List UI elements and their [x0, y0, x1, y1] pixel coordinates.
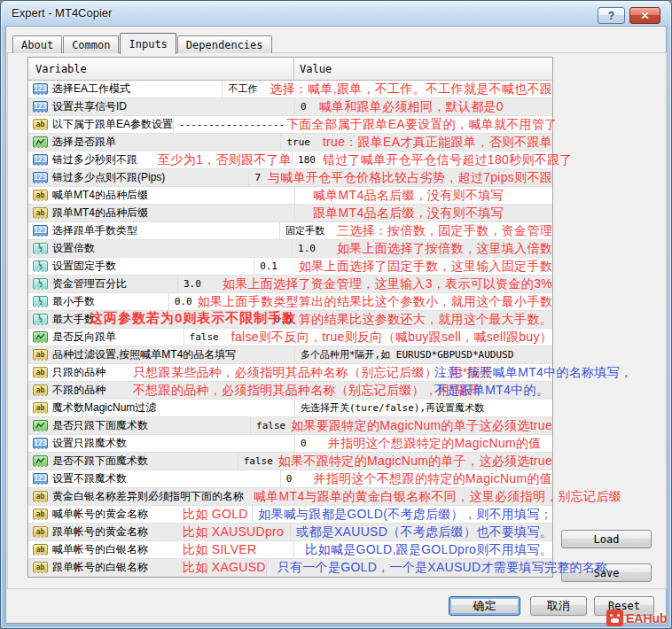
table-row[interactable]: ab以下属于跟单EA参数设置 ------------------下面全部属于跟…	[28, 116, 552, 134]
table-row[interactable]: 123设置不跟魔术数 0并指明这个不想跟的特定的MagicNum的值	[28, 470, 552, 488]
annotation-red: true：跟单EA才真正能跟单，否则不跟单	[323, 135, 552, 151]
cancel-button[interactable]: 取消	[530, 596, 587, 616]
value-text[interactable]: 1.0	[298, 243, 316, 254]
annotation-blue: 如果喊与跟都是GOLD(不考虑后缀），则不用填写；	[258, 507, 552, 523]
tab-dependencies[interactable]: Dependencies	[177, 35, 272, 53]
annotation-red: 如果上面手数类型算出的结果比这个参数小，就用这个最小手数	[198, 294, 552, 310]
value-text[interactable]: 0.0	[175, 296, 192, 307]
variable-label: 设置只跟魔术数	[52, 436, 127, 451]
inputs-table: Variable Value 123选择EA工作模式 不工作选择：喊单,跟单，不…	[27, 57, 553, 578]
tab-about[interactable]: About	[12, 35, 62, 53]
table-row[interactable]: ab不跟的品种不想跟的品种，必须指明其品种名称（别忘记后缀），用*隔开 不是跟单…	[28, 382, 552, 400]
annotation-red: 如果不跟特定的MagicNum的单子，这必须选true	[278, 454, 552, 470]
value-text[interactable]: 固定手数	[285, 224, 324, 237]
table-row[interactable]: 123错过多少秒则不跟至少为1，否则跟不了单 180错过了喊单开仓平仓信号超过1…	[28, 151, 552, 169]
table-row[interactable]: 123选择EA工作模式 不工作选择：喊单,跟单，不工作。不工作就是不喊也不跟	[28, 81, 552, 98]
table-row[interactable]: 是否不跟下面魔术数 false如果不跟特定的MagicNum的单子，这必须选tr…	[28, 453, 552, 470]
table-row[interactable]: 123错过多少点则不跟(Pips) 7与喊单开仓平仓价格比较占劣势，超过7pip…	[28, 169, 552, 187]
tab-inputs[interactable]: Inputs	[120, 33, 176, 54]
value-text[interactable]: ------------------	[179, 119, 285, 130]
title-bar[interactable]: Expert - MT4Copier ? ✕	[1, 1, 671, 26]
variable-label: 设置共享信号ID	[52, 99, 127, 114]
variable-label: 品种过滤设置,按照喊单MT4的品名填写	[52, 347, 236, 362]
value-text[interactable]: 3.0	[184, 278, 201, 290]
close-button[interactable]: ✕	[629, 7, 660, 24]
value-text[interactable]: false	[190, 331, 219, 343]
variable-column-header: Variable	[28, 58, 294, 80]
value-text[interactable]: 0.1	[260, 260, 277, 272]
table-row[interactable]: 选择是否跟单 truetrue：跟单EA才真正能跟单，否则不跟单	[28, 134, 552, 151]
variable-label: 设置倍数	[52, 241, 95, 256]
table-row[interactable]: ½设置固定手数 0.1如果上面选择了固定手数，这里输入固定手数	[28, 258, 552, 276]
double-type-icon: ½	[33, 278, 48, 290]
help-button[interactable]: ?	[598, 7, 625, 24]
string-type-icon: ab	[33, 544, 48, 555]
int-type-icon: 123	[33, 473, 48, 485]
table-row[interactable]: ½资金管理百分比 3.0如果上面选择了资金管理，这里输入3，表示可以资金的3%	[28, 276, 552, 293]
table-row[interactable]: ab跟单帐号的白银名称比如 XAGUSD 只有一个是GOLD，一个是XAUSUD…	[28, 559, 552, 577]
lot-limit-annotation: 这两参数若为0则表示不限制手数	[90, 310, 296, 327]
annotation-red: 下面全部属于跟单EA要设置的，喊单就不用管了	[286, 117, 557, 133]
table-row[interactable]: 是否只跟下面魔术数 false如果要跟特定的MagicNum的单子这必须选tru…	[28, 417, 552, 435]
value-text[interactable]: 0	[286, 473, 293, 485]
table-row[interactable]: ab品种过滤设置,按照喊单MT4的品名填写 多个品种用*隔开,如 EURUSD*…	[28, 346, 552, 364]
table-row[interactable]: ab黄金白银名称差异则必须指明下面的名称喊单MT4与跟单的黄金白银名称不同，这里…	[28, 488, 552, 506]
int-type-icon: 123	[33, 154, 48, 166]
table-row[interactable]: 123设置只跟魔术数 0并指明这个想跟特定的MagicNum的值	[28, 435, 552, 453]
table-row[interactable]: ab喊单帐号的黄金名称比如 GOLD 如果喊与跟都是GOLD(不考虑后缀），则不…	[28, 506, 552, 524]
string-type-icon: ab	[33, 367, 48, 378]
table-row[interactable]: ab喊单MT4的品种后缀 喊单MT4品名后缀，没有则不填写	[28, 187, 552, 205]
annotation-blue: 不是跟单MT4中的。	[434, 383, 549, 399]
table-row[interactable]: ab只跟的品种只想跟某些品种，必须指明其品种名称（别忘记后缀），用*隔开 注意:…	[28, 364, 552, 382]
help-icon: ?	[608, 10, 614, 22]
value-text[interactable]: 多个品种用*隔开,如 EURUSD*GBPUSD*AUDUSD	[301, 348, 513, 361]
annotation-red: 喊单和跟单必须相同，默认都是0	[319, 99, 504, 115]
table-row[interactable]: 123选择跟单手数类型 固定手数三选择：按倍数，固定手数，资金管理	[28, 222, 552, 240]
annotation-red: 比如 XAGUSD	[183, 560, 266, 576]
annotation-blue: 比如喊是GOLD,跟是GOLDpro则不用填写。	[305, 542, 552, 558]
variable-label: 喊单帐号的黄金名称	[52, 507, 148, 522]
variable-label: 设置固定手数	[52, 259, 116, 274]
eahub-watermark: EAHub	[606, 610, 668, 626]
annotation-red: 跟单MT4品名后缀，没有则不填写	[313, 206, 504, 221]
int-type-icon: 123	[33, 225, 48, 237]
int-type-icon: 123	[33, 101, 48, 113]
table-rows: 123选择EA工作模式 不工作选择：喊单,跟单，不工作。不工作就是不喊也不跟 1…	[28, 81, 552, 577]
annotation-red: 比如 SILVER	[183, 542, 256, 558]
value-text[interactable]: 0	[301, 438, 307, 449]
string-type-icon: ab	[33, 207, 48, 219]
load-button[interactable]: Load	[561, 530, 652, 548]
annotation-red: 并指明这个不想跟的特定的MagicNum的值	[313, 471, 552, 487]
variable-label: 跟单MT4的品种后缀	[52, 206, 148, 221]
table-row[interactable]: ab魔术数MagicNum过滤 先选择开关(ture/false),再设置魔术数	[28, 400, 552, 417]
value-text[interactable]: 7	[254, 172, 261, 183]
annotation-red: 与喊单开仓平仓价格比较占劣势，超过7pips则不跟	[268, 170, 552, 186]
table-row[interactable]: ½设置倍数 1.0如果上面选择了按倍数，这里填入倍数	[28, 240, 552, 258]
table-row[interactable]: 是否反向跟单 falsefalse则不反向，true则反向（喊buy跟sell，…	[28, 329, 552, 346]
annotation-red: 喊单MT4品名后缀，没有则不填写	[313, 188, 504, 204]
bool-type-icon	[33, 420, 48, 431]
table-row[interactable]: ab跟单帐号的黄金名称比如 XAUSUDpro 或都是XAUUSD（不考虑后缀）…	[28, 524, 552, 541]
annotation-red: 算的结果比这参数还大，就用这个最大手数。	[299, 312, 552, 328]
value-text[interactable]: false	[244, 455, 273, 467]
value-text[interactable]: 0	[301, 101, 307, 113]
value-text[interactable]: 180	[298, 154, 316, 166]
annotation-red: 比如 GOLD	[183, 507, 248, 523]
value-text[interactable]: false	[256, 420, 285, 431]
window-title: Expert - MT4Copier	[12, 6, 112, 19]
value-column-header: Value	[294, 63, 552, 75]
value-text[interactable]: 不工作	[228, 82, 257, 96]
table-row[interactable]: ab跟单MT4的品种后缀 跟单MT4品名后缀，没有则不填写	[28, 205, 552, 222]
expert-dialog-window: Expert - MT4Copier ? ✕ About Common Inpu…	[0, 0, 672, 629]
screen: Expert - MT4Copier ? ✕ About Common Inpu…	[0, 0, 672, 629]
tab-common[interactable]: Common	[63, 35, 119, 53]
value-text[interactable]: 先选择开关(ture/false),再设置魔术数	[301, 401, 484, 415]
eahub-logo-icon	[606, 610, 623, 626]
value-text[interactable]: true	[286, 136, 310, 148]
ok-button[interactable]: 确定	[449, 596, 520, 616]
table-row[interactable]: ½最小手数 0.0如果上面手数类型算出的结果比这个参数小，就用这个最小手数	[28, 293, 552, 311]
annotation-red: 不想跟的品种，必须指明其品种名称（别忘记后缀），用*隔开	[133, 383, 481, 399]
table-row[interactable]: ab喊单帐号的白银名称比如 SILVER 比如喊是GOLD,跟是GOLDpro则…	[28, 541, 552, 559]
table-row[interactable]: 123设置共享信号ID 0喊单和跟单必须相同，默认都是0	[28, 98, 552, 116]
annotation-red: 如果上面选择了按倍数，这里填入倍数	[337, 241, 552, 257]
